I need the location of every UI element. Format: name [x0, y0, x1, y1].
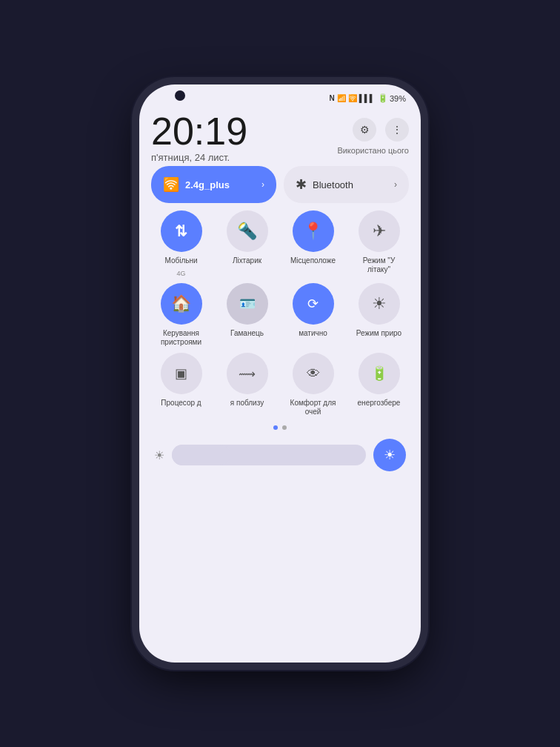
toggle-circle-processor: ▣ — [161, 353, 202, 394]
toggle-label-location: Місцеположе — [290, 256, 336, 265]
toggle-airplane[interactable]: ✈ Режим "У літаку" — [349, 210, 409, 277]
wifi-chevron-icon: › — [261, 179, 264, 190]
wifi-icon: 🛜 — [163, 176, 179, 193]
wallet-icon: 🪪 — [239, 296, 256, 312]
toggle-battery-saver[interactable]: 🔋 енергозбере — [349, 353, 409, 416]
settings-button[interactable]: ⚙ — [353, 118, 376, 142]
toggle-circle-nearby: ⟿ — [227, 353, 268, 394]
battery-saver-icon: 🔋 — [371, 365, 387, 382]
clock-time: 20:19 — [151, 112, 247, 150]
toggle-label-home: Керування пристроями — [156, 329, 207, 347]
mobile-data-icon: ⇅ — [175, 222, 187, 240]
signal-bars-icon: ▌▌▌ — [359, 94, 375, 102]
toggle-wallet[interactable]: 🪪 Гаманець — [217, 283, 277, 347]
toggle-label-mobile: Мобільни — [164, 256, 197, 265]
toggle-nature-mode[interactable]: ☀ Режим приро — [349, 283, 409, 347]
brightness-low-icon: ☀ — [154, 448, 164, 462]
auto-brightness-icon: ☀ — [384, 447, 396, 463]
connectivity-tiles: 🛜 2.4g_plus › ✱ Bluetooth › — [151, 166, 409, 203]
front-camera — [175, 90, 185, 101]
toggle-label-nearby: я поблизу — [230, 399, 264, 408]
brightness-slider[interactable] — [172, 445, 366, 465]
processor-icon: ▣ — [175, 365, 187, 382]
location-icon: 📍 — [303, 222, 323, 241]
bluetooth-icon: ✱ — [296, 176, 307, 193]
toggle-label-battery: енергозбере — [358, 399, 401, 408]
toggle-processor[interactable]: ▣ Процесор д — [151, 353, 211, 416]
toggle-nearby[interactable]: ⟿ я поблизу — [217, 353, 277, 416]
toggle-home-control[interactable]: 🏠 Керування пристроями — [151, 283, 211, 347]
wifi-tile[interactable]: 🛜 2.4g_plus › — [151, 166, 276, 203]
battery-indicator: 🔋 39% — [378, 93, 406, 103]
wifi-status-icon: 🛜 — [348, 94, 357, 102]
toggle-label-processor: Процесор д — [161, 399, 201, 408]
signal-icon: 📶 — [337, 94, 346, 102]
header-row: 20:19 п'ятниця, 24 лист. ⚙ ⋮ Використано… — [151, 112, 409, 163]
nfc-icon: N — [329, 94, 334, 102]
toggle-label-eyes: Комфорт для очей — [288, 399, 339, 416]
toggle-eye-comfort[interactable]: 👁 Комфорт для очей — [283, 353, 343, 416]
toggle-location[interactable]: 📍 Місцеположе — [283, 210, 343, 277]
bluetooth-chevron-icon: › — [394, 179, 397, 190]
toggle-label-nfc: матично — [299, 329, 327, 338]
auto-brightness-button[interactable]: ☀ — [373, 439, 406, 471]
header-action-icons: ⚙ ⋮ — [353, 118, 409, 142]
status-icons: N 📶 🛜 ▌▌▌ — [329, 94, 375, 102]
quick-settings-panel: 20:19 п'ятниця, 24 лист. ⚙ ⋮ Використано… — [139, 106, 421, 483]
toggle-label-wallet: Гаманець — [230, 329, 264, 338]
airplane-icon: ✈ — [373, 222, 386, 241]
dot-1 — [273, 425, 278, 430]
time-block: 20:19 п'ятниця, 24 лист. — [151, 112, 247, 163]
nearby-icon: ⟿ — [239, 367, 256, 381]
clock-date: п'ятниця, 24 лист. — [151, 152, 247, 163]
battery-percent: 39% — [390, 94, 406, 103]
toggle-circle-home: 🏠 — [161, 283, 202, 325]
dot-2 — [282, 425, 287, 430]
eye-comfort-icon: 👁 — [307, 366, 320, 382]
toggle-sub-mobile: 4G — [176, 270, 185, 277]
toggle-circle-mobile: ⇅ — [161, 210, 202, 252]
toggle-mobile-data[interactable]: ⇅ Мобільни 4G — [151, 210, 211, 277]
toggle-flashlight[interactable]: 🔦 Ліхтарик — [217, 210, 277, 277]
pagination-dots — [151, 425, 409, 430]
header-right: ⚙ ⋮ Використано цього — [337, 112, 409, 155]
toggle-label-flashlight: Ліхтарик — [233, 256, 261, 265]
toggle-circle-location: 📍 — [293, 210, 334, 252]
toggles-grid: ⇅ Мобільни 4G 🔦 Ліхтарик 📍 Місцеположе — [151, 210, 409, 416]
toggle-circle-wallet: 🪪 — [227, 283, 268, 325]
bluetooth-label: Bluetooth — [313, 179, 388, 190]
used-today-label: Використано цього — [337, 146, 409, 155]
battery-icon: 🔋 — [378, 93, 388, 103]
toggle-circle-battery: 🔋 — [359, 353, 400, 394]
settings-icon: ⚙ — [360, 124, 370, 136]
flashlight-icon: 🔦 — [237, 222, 257, 241]
nature-mode-icon: ☀ — [372, 294, 387, 313]
nfc-toggle-icon: ⟳ — [307, 296, 319, 312]
bluetooth-tile[interactable]: ✱ Bluetooth › — [284, 166, 409, 203]
toggle-circle-eyes: 👁 — [293, 353, 334, 394]
toggle-circle-flashlight: 🔦 — [227, 210, 268, 252]
wifi-network-name: 2.4g_plus — [185, 179, 256, 190]
toggle-label-nature: Режим приро — [356, 329, 401, 338]
more-icon: ⋮ — [392, 124, 402, 136]
toggle-label-airplane: Режим "У літаку" — [354, 256, 404, 274]
toggle-circle-nature: ☀ — [359, 283, 400, 325]
brightness-fill — [172, 445, 230, 465]
phone-screen: N 📶 🛜 ▌▌▌ 🔋 39% 20:19 п'ятниця, 24 лист.… — [139, 84, 421, 663]
toggle-circle-airplane: ✈ — [359, 210, 400, 252]
more-options-button[interactable]: ⋮ — [385, 118, 409, 142]
brightness-row: ☀ ☀ — [151, 439, 409, 471]
toggle-nfc[interactable]: ⟳ матично — [283, 283, 343, 347]
home-icon: 🏠 — [171, 294, 191, 313]
toggle-circle-nfc: ⟳ — [293, 283, 334, 325]
